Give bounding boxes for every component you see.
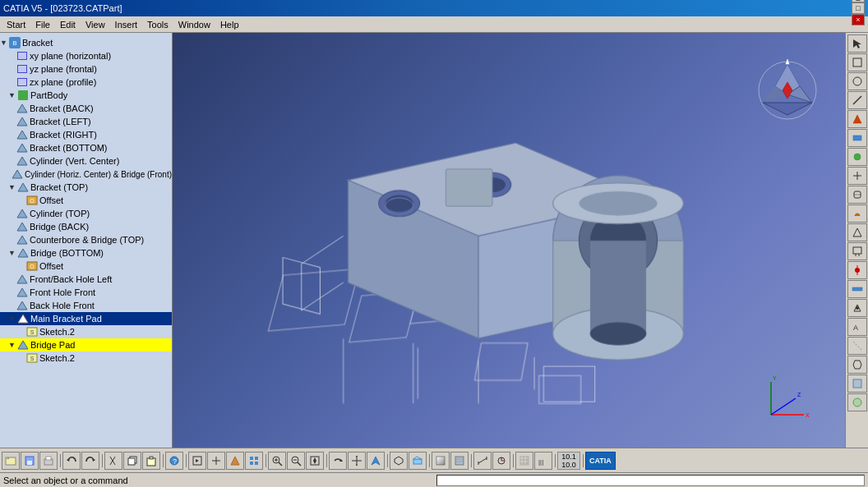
rtool-btn-8[interactable]: [847, 186, 867, 204]
svg-rect-93: [853, 379, 861, 388]
menu-file[interactable]: File: [30, 16, 55, 32]
tree-item-bracket-top[interactable]: ▼ Bracket (TOP): [0, 181, 172, 194]
tree-item-main-bracket[interactable]: ▼ Main Bracket Pad: [0, 312, 172, 325]
tree-item-zx[interactable]: zx plane (profile): [0, 76, 172, 89]
btool-cut[interactable]: [104, 452, 122, 470]
btool-measure1[interactable]: [473, 452, 492, 470]
btool-zoom-out[interactable]: [287, 452, 305, 470]
tree-item-cyl-horiz[interactable]: Cylinder (Horiz. Center) & Bridge (Front…: [0, 168, 172, 181]
btool-print[interactable]: [39, 452, 58, 470]
svg-point-51: [579, 191, 657, 215]
tree-item-bridge-bottom[interactable]: ▼ Bridge (BOTTOM): [0, 246, 172, 260]
rtool-btn-1[interactable]: [847, 53, 867, 71]
rtool-btn-3[interactable]: [847, 91, 867, 109]
menu-view[interactable]: View: [81, 16, 110, 32]
rtool-btn-13[interactable]: [847, 280, 867, 298]
rtool-btn-14[interactable]: [847, 299, 867, 317]
tree-label-bracket-left: Bracket (LEFT): [30, 117, 91, 126]
command-input[interactable]: [436, 475, 865, 486]
btool-grid2[interactable]: |||: [534, 452, 552, 470]
rtool-btn-15[interactable]: A: [847, 318, 867, 336]
tree-item-partbody[interactable]: ▼ PartBody: [0, 89, 172, 102]
viewport[interactable]: X Y Z: [173, 33, 845, 448]
tree-item-cyl-vert[interactable]: Cylinder (Vert. Center): [0, 154, 172, 168]
btool-pan[interactable]: [348, 452, 366, 470]
coords-display: 10.1 10.0: [557, 452, 580, 470]
btool-copy[interactable]: [123, 452, 141, 470]
tree-root[interactable]: ▼ B Bracket: [0, 36, 172, 49]
rtool-btn-4[interactable]: [847, 110, 867, 128]
close-button[interactable]: ×: [852, 14, 865, 25]
tree-item-offset1[interactable]: O Offset: [0, 194, 172, 207]
btool-zoom-fit[interactable]: [306, 452, 324, 470]
rtool-btn-6[interactable]: [847, 148, 867, 166]
menu-tools[interactable]: Tools: [142, 16, 173, 32]
rtool-btn-10[interactable]: [847, 223, 867, 241]
rtool-btn-11[interactable]: [847, 242, 867, 260]
tree-item-bracket-bottom[interactable]: Bracket (BOTTOM): [0, 141, 172, 154]
menu-help[interactable]: Help: [215, 16, 244, 32]
rtool-btn-2[interactable]: [847, 72, 867, 90]
svg-line-143: [478, 458, 487, 463]
rtool-btn-9[interactable]: [847, 204, 867, 223]
tree-item-offset2[interactable]: O Offset: [0, 260, 172, 273]
rtool-btn-5[interactable]: [847, 129, 867, 147]
btool-view1[interactable]: [188, 452, 206, 470]
tree-item-fbhole[interactable]: Front/Back Hole Left: [0, 273, 172, 286]
tree-item-sketch3[interactable]: S Sketch.2: [0, 351, 172, 365]
svg-marker-18: [18, 315, 28, 323]
btool-paste[interactable]: [142, 452, 160, 470]
svg-rect-117: [255, 457, 258, 460]
tree-item-cyl-top[interactable]: Cylinder (TOP): [0, 207, 172, 220]
svg-marker-10: [17, 223, 27, 231]
menu-edit[interactable]: Edit: [55, 16, 81, 32]
btool-measure2[interactable]: [492, 452, 510, 470]
tree-item-yz[interactable]: yz plane (frontal): [0, 62, 172, 76]
coordinate-axes: X Y Z: [763, 374, 812, 423]
rtool-btn-7[interactable]: [847, 167, 867, 185]
svg-line-121: [279, 462, 282, 466]
tree-item-bhole[interactable]: Back Hole Front: [0, 299, 172, 312]
menu-start[interactable]: Start: [2, 16, 30, 32]
tree-label-bracket-top: Bracket (TOP): [30, 182, 88, 192]
rtool-btn-12[interactable]: [847, 261, 867, 279]
tree-item-xy[interactable]: xy plane (horizontal): [0, 49, 172, 62]
tree-item-counterbore[interactable]: Counterbore & Bridge (TOP): [0, 233, 172, 246]
btool-save[interactable]: [21, 452, 39, 470]
btool-view4[interactable]: [245, 452, 263, 470]
btool-shade2[interactable]: [450, 452, 469, 470]
rtool-cursor[interactable]: [847, 34, 867, 53]
rtool-btn-19[interactable]: [847, 393, 867, 411]
menu-window[interactable]: Window: [173, 16, 215, 32]
btool-3d2[interactable]: [409, 452, 427, 470]
svg-rect-139: [436, 457, 445, 465]
status-message: Select an object or a command: [3, 476, 430, 485]
btool-grid1[interactable]: [515, 452, 533, 470]
tree-item-bracket-back[interactable]: Bracket (BACK): [0, 102, 172, 115]
btool-rotate[interactable]: [329, 452, 347, 470]
btool-open[interactable]: [2, 452, 20, 470]
tree-item-sketch2[interactable]: S Sketch.2: [0, 325, 172, 338]
svg-text:X: X: [806, 412, 810, 418]
tree-item-bridge-pad[interactable]: ▼ Bridge Pad: [0, 338, 172, 351]
svg-rect-71: [853, 58, 861, 67]
tree-item-fhole[interactable]: Front Hole Front: [0, 286, 172, 299]
rtool-btn-18[interactable]: [847, 374, 867, 393]
rtool-btn-16[interactable]: [847, 337, 867, 355]
rtool-btn-17[interactable]: [847, 356, 867, 374]
tree-item-bridge-back[interactable]: Bridge (BACK): [0, 220, 172, 233]
tree-item-bracket-left[interactable]: Bracket (LEFT): [0, 115, 172, 128]
btool-view3[interactable]: [226, 452, 244, 470]
btool-undo[interactable]: [62, 452, 81, 470]
maximize-button[interactable]: □: [852, 2, 865, 14]
tree-item-bracket-right[interactable]: Bracket (RIGHT): [0, 128, 172, 141]
btool-help[interactable]: ?: [165, 452, 183, 470]
btool-view2[interactable]: [207, 452, 225, 470]
btool-fly[interactable]: [367, 452, 385, 470]
svg-marker-1: [17, 117, 27, 126]
btool-redo[interactable]: [81, 452, 99, 470]
btool-shade1[interactable]: [432, 452, 450, 470]
btool-3d1[interactable]: [390, 452, 408, 470]
menu-insert[interactable]: Insert: [110, 16, 143, 32]
btool-zoom-in[interactable]: [268, 452, 286, 470]
